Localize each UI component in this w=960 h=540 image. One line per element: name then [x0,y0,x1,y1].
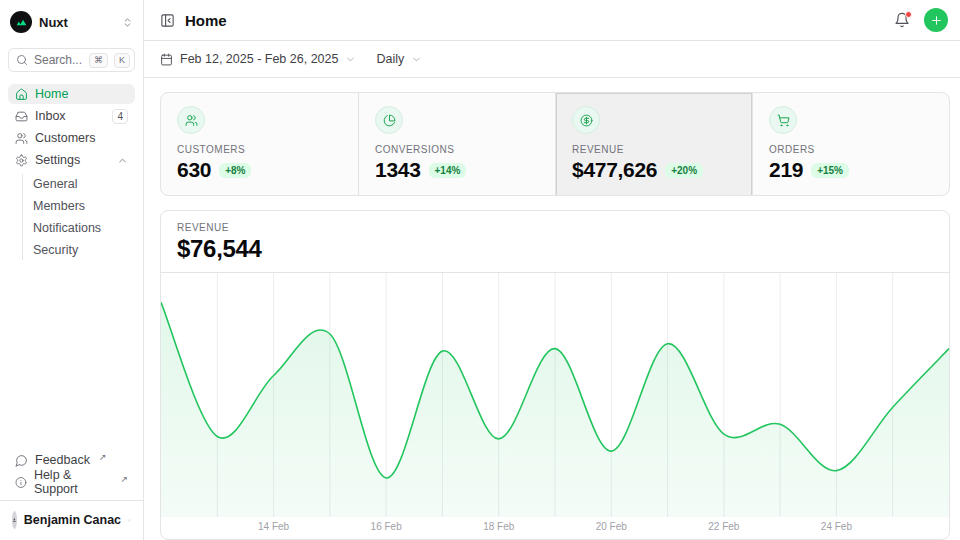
search-input[interactable]: Search... ⌘ K [8,48,135,72]
revenue-chart-svg [161,273,949,517]
chevron-down-icon [411,54,422,65]
period-select[interactable]: Daily [376,52,422,66]
page-content: CUSTOMERS 630 +8% CONVERSIONS 1343 +14% [144,78,960,540]
sidebar-item-label: Customers [35,131,128,145]
sidebar-item-label: Home [35,87,128,101]
filters-toolbar: Feb 12, 2025 - Feb 26, 2025 Daily [144,41,960,78]
sidebar-item-settings[interactable]: Settings [8,150,135,170]
notifications-button[interactable] [894,12,910,28]
sidebar-subitem-members[interactable]: Members [24,196,135,216]
message-circle-icon [15,454,28,467]
users-icon [15,132,28,145]
sidebar-item-label: Inbox [35,109,105,123]
sidebar-nav: Home Inbox 4 Customers Settings General … [8,84,135,260]
date-range-picker[interactable]: Feb 12, 2025 - Feb 26, 2025 [160,52,356,66]
app-window: Nuxt Search... ⌘ K Home Inbox 4 Customer… [0,0,960,540]
revenue-chart-card: REVENUE $76,544 14 Feb16 Feb18 Feb20 Feb… [160,210,950,540]
sidebar-item-home[interactable]: Home [8,84,135,104]
x-axis-label: 14 Feb [258,521,289,532]
stat-label: REVENUE [572,144,736,155]
notification-dot [905,11,912,18]
chevrons-up-down-icon [128,515,131,526]
stat-value: 630 [177,158,211,182]
circle-dollar-icon [572,106,600,134]
stat-label: CONVERSIONS [375,144,539,155]
date-range-value: Feb 12, 2025 - Feb 26, 2025 [180,52,338,66]
inbox-icon [15,110,28,123]
stat-delta-badge: +14% [429,163,467,178]
stat-label: CUSTOMERS [177,144,342,155]
stat-conversions[interactable]: CONVERSIONS 1343 +14% [358,93,555,196]
revenue-area-chart[interactable] [161,273,949,517]
sidebar: Nuxt Search... ⌘ K Home Inbox 4 Customer… [0,0,144,540]
page-header: Home [144,0,960,41]
sidebar-item-label: Settings [35,153,110,167]
sidebar-subitem-general[interactable]: General [24,174,135,194]
sidebar-item-feedback[interactable]: Feedback ↗ [8,450,135,470]
workspace-name: Nuxt [39,15,115,30]
kbd-k: K [114,53,130,68]
search-placeholder: Search... [34,53,83,67]
stat-customers[interactable]: CUSTOMERS 630 +8% [161,93,358,196]
stat-delta-badge: +15% [811,163,849,178]
user-menu[interactable]: Benjamin Canac [8,508,135,532]
collapse-sidebar-button[interactable] [160,13,175,28]
stat-orders[interactable]: ORDERS 219 +15% [752,93,949,196]
period-value: Daily [376,52,404,66]
sidebar-subitem-notifications[interactable]: Notifications [24,218,135,238]
x-axis-label: 18 Feb [483,521,514,532]
stat-label: ORDERS [769,144,933,155]
house-icon [15,88,28,101]
sidebar-spacer [8,260,135,438]
info-circle-icon [15,476,27,489]
chevron-up-icon [117,155,128,166]
page-title: Home [185,12,227,29]
main-area: Home Feb 12, 2025 - Feb 26, 2025 Daily [144,0,960,540]
inbox-count-badge: 4 [112,109,128,124]
chevron-down-icon [345,54,356,65]
calendar-icon [160,53,173,66]
stats-row: CUSTOMERS 630 +8% CONVERSIONS 1343 +14% [160,92,950,196]
plus-icon [930,14,943,27]
avatar [12,511,17,529]
chevrons-up-down-icon [122,17,133,28]
sidebar-subitem-security[interactable]: Security [24,240,135,260]
x-axis: 14 Feb16 Feb18 Feb20 Feb22 Feb24 Feb [161,517,949,539]
chart-header: REVENUE $76,544 [161,211,949,273]
gear-icon [15,154,28,167]
panel-left-close-icon [160,13,175,28]
chart-pie-icon [375,106,403,134]
chart-body: 14 Feb16 Feb18 Feb20 Feb22 Feb24 Feb [161,273,949,539]
users-icon [177,106,205,134]
external-link-icon: ↗ [120,474,128,484]
search-icon [16,54,28,66]
add-new-button[interactable] [924,8,948,32]
workspace-switcher[interactable]: Nuxt [8,10,135,34]
sidebar-footer-nav: Feedback ↗ Help & Support ↗ [8,450,135,492]
sidebar-item-label: Feedback [35,453,90,467]
shopping-cart-icon [769,106,797,134]
stat-delta-badge: +20% [665,163,703,178]
stat-value: 219 [769,158,803,182]
stat-value: 1343 [375,158,421,182]
stat-delta-badge: +8% [219,163,251,178]
chart-headline-value: $76,544 [177,235,933,263]
sidebar-divider [0,500,143,501]
nuxt-logo-icon [10,11,32,33]
settings-subtree: General Members Notifications Security [22,174,135,260]
sidebar-item-inbox[interactable]: Inbox 4 [8,106,135,126]
kbd-meta: ⌘ [89,53,108,68]
x-axis-label: 16 Feb [371,521,402,532]
stat-revenue[interactable]: REVENUE $477,626 +20% [555,93,752,196]
chart-kicker: REVENUE [177,222,933,233]
user-name: Benjamin Canac [24,513,121,527]
external-link-icon: ↗ [99,452,107,462]
x-axis-label: 20 Feb [596,521,627,532]
sidebar-item-customers[interactable]: Customers [8,128,135,148]
x-axis-label: 24 Feb [821,521,852,532]
stat-value: $477,626 [572,158,657,182]
sidebar-item-help-support[interactable]: Help & Support ↗ [8,472,135,492]
sidebar-item-label: Help & Support [34,468,112,496]
x-axis-label: 22 Feb [708,521,739,532]
